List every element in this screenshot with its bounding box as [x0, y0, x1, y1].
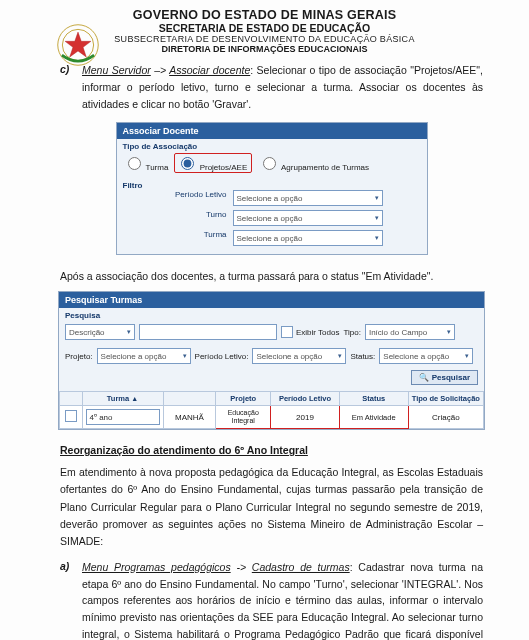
associar-docente-panel: Associar Docente Tipo de Associação Turm…: [116, 122, 428, 255]
periodo-label: Período Letivo:: [195, 352, 249, 361]
results-table: Turma ▲ Projeto Período Letivo Status Ti…: [59, 391, 484, 429]
radio-projetos-aee-highlight: Projetos/AEE: [174, 153, 252, 173]
turno-cell: MANHÃ: [163, 406, 216, 429]
header-line1: GOVERNO DO ESTADO DE MINAS GERAIS: [0, 8, 529, 22]
chevron-down-icon: ▾: [338, 352, 342, 360]
instruction-item-c: c) Menu Servidor –> Associar docente: Se…: [60, 62, 483, 112]
item-letter: c): [60, 62, 82, 112]
state-crest-icon: [55, 22, 101, 68]
pesquisar-turmas-panel: Pesquisar Turmas Pesquisa Descrição▾ Exi…: [58, 291, 485, 430]
turma-select[interactable]: Selecione a opção▾: [233, 230, 383, 246]
periodo-cell: 2019: [271, 406, 340, 429]
checkbox-icon: [281, 326, 293, 338]
radio-turma[interactable]: Turma: [123, 154, 169, 172]
chevron-down-icon: ▾: [465, 352, 469, 360]
search-row-2: Projeto: Selecione a opção▾ Período Leti…: [59, 344, 484, 368]
col-turno: [163, 392, 216, 406]
status-select[interactable]: Selecione a opção▾: [379, 348, 473, 364]
chevron-down-icon: ▾: [183, 352, 187, 360]
status-label: Status:: [350, 352, 375, 361]
filtro-grid: Período Letivo Selecione a opção▾ Turno …: [117, 190, 427, 254]
pesquisar-button[interactable]: 🔍 Pesquisar: [411, 370, 478, 385]
tipo-label: Tipo:: [343, 328, 361, 337]
item-c-text: Menu Servidor –> Associar docente: Selec…: [82, 62, 483, 112]
instruction-item-a: a) Menu Programas pedagógicos -> Cadastr…: [60, 559, 483, 640]
row-checkbox[interactable]: [65, 410, 77, 422]
reorg-heading: Reorganização do atendimento do 6º Ano I…: [60, 444, 483, 456]
exibir-todos-checkbox[interactable]: Exibir Todos: [281, 326, 339, 338]
col-status[interactable]: Status: [339, 392, 408, 406]
radio-projetos-aee[interactable]: Projetos/AEE: [176, 154, 247, 172]
turno-select[interactable]: Selecione a opção▾: [233, 210, 383, 226]
search-input[interactable]: [139, 324, 277, 340]
chevron-down-icon: ▾: [447, 328, 451, 336]
col-turma[interactable]: Turma ▲: [82, 392, 163, 406]
tipo-solic-cell: Criação: [408, 406, 483, 429]
reorg-paragraph: Em atendimento à nova proposta pedagógic…: [60, 464, 483, 551]
col-projeto[interactable]: Projeto: [216, 392, 271, 406]
svg-marker-2: [65, 32, 91, 57]
turma-cell-input[interactable]: 4º ano: [86, 409, 160, 425]
turma-label: Turma: [147, 230, 227, 246]
periodo-letivo-label: Período Letivo: [147, 190, 227, 206]
table-header-row: Turma ▲ Projeto Período Letivo Status Ti…: [60, 392, 484, 406]
projeto-label: Projeto:: [65, 352, 93, 361]
table-row[interactable]: 4º ano MANHÃ Educação Integral 2019 Em A…: [60, 406, 484, 429]
filtro-label: Filtro: [117, 178, 427, 190]
panel-title: Pesquisar Turmas: [59, 292, 484, 308]
item-a-text: Menu Programas pedagógicos -> Cadastro d…: [82, 559, 483, 640]
transition-text: Após a associação dos docentes, a turma …: [60, 269, 483, 285]
item-letter: a): [60, 559, 82, 640]
radio-agrupamento[interactable]: Agrupamento de Turmas: [258, 154, 369, 172]
tipo-select[interactable]: Início do Campo▾: [365, 324, 455, 340]
search-icon: 🔍: [419, 373, 429, 382]
panel-title: Associar Docente: [117, 123, 427, 139]
search-row-1: Descrição▾ Exibir Todos Tipo: Início do …: [59, 320, 484, 344]
col-tipo-solic[interactable]: Tipo de Solicitação: [408, 392, 483, 406]
tipo-assoc-radios: Turma Projetos/AEE Agrupamento de Turmas: [117, 151, 427, 178]
chevron-down-icon: ▾: [375, 214, 379, 222]
projeto-select[interactable]: Selecione a opção▾: [97, 348, 191, 364]
descricao-select[interactable]: Descrição▾: [65, 324, 135, 340]
chevron-down-icon: ▾: [127, 328, 131, 336]
periodo-select[interactable]: Selecione a opção▾: [252, 348, 346, 364]
chevron-down-icon: ▾: [375, 194, 379, 202]
projeto-cell: Educação Integral: [216, 406, 271, 429]
col-periodo[interactable]: Período Letivo: [271, 392, 340, 406]
sort-icon: ▲: [131, 395, 138, 402]
chevron-down-icon: ▾: [375, 234, 379, 242]
periodo-letivo-select[interactable]: Selecione a opção▾: [233, 190, 383, 206]
tipo-assoc-label: Tipo de Associação: [117, 139, 427, 151]
turno-label: Turno: [147, 210, 227, 226]
pesquisa-label: Pesquisa: [59, 308, 484, 320]
letterhead: GOVERNO DO ESTADO DE MINAS GERAIS SECRET…: [0, 0, 529, 54]
status-cell: Em Atividade: [339, 406, 408, 429]
